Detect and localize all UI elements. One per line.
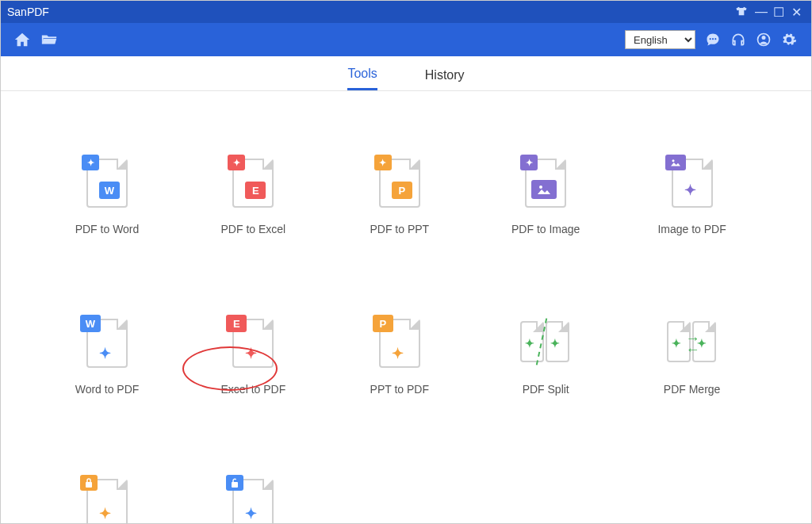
folder-open-icon[interactable] [37, 28, 61, 52]
svg-point-0 [710, 38, 711, 40]
tool-pdf-unlock[interactable]: ✦ PDF Unlock [202, 475, 304, 524]
svg-point-2 [714, 38, 716, 40]
svg-point-5 [539, 186, 542, 189]
tool-pdf-protect[interactable]: ✦ PDF Protect [56, 475, 158, 524]
svg-rect-8 [232, 482, 238, 488]
maximize-button[interactable]: ☐ [770, 5, 787, 20]
close-button[interactable]: ✕ [787, 5, 805, 20]
tool-label: Image to PDF [657, 223, 726, 235]
tab-bar: Tools History [1, 56, 811, 91]
tool-pdf-to-image[interactable]: ✦ PDF to Image [495, 155, 596, 235]
svg-point-4 [762, 36, 766, 40]
tool-label: PDF to Image [511, 223, 580, 235]
tool-label: Word to PDF [75, 383, 140, 396]
svg-point-6 [672, 159, 674, 162]
svg-point-1 [712, 38, 714, 40]
svg-rect-7 [86, 482, 92, 488]
titlebar: SanPDF — ☐ ✕ [1, 1, 811, 23]
tshirt-icon[interactable] [735, 5, 753, 20]
tool-pdf-to-word[interactable]: ✦ W PDF to Word [56, 155, 158, 235]
excel-to-pdf-icon: E ✦ [224, 315, 282, 372]
ppt-to-pdf-icon: P ✦ [371, 315, 428, 372]
pdf-to-excel-icon: ✦ E [224, 155, 282, 212]
tool-pdf-to-ppt[interactable]: ✦ P PDF to PPT [349, 155, 450, 235]
pdf-protect-icon: ✦ [79, 475, 136, 524]
tool-pdf-merge[interactable]: ✦ ✦ → ← PDF Merge [642, 315, 743, 396]
tool-label: PDF to PPT [370, 223, 429, 235]
tool-pdf-to-excel[interactable]: ✦ E PDF to Excel [202, 155, 304, 235]
app-title: SanPDF [7, 6, 49, 18]
image-to-pdf-icon: ✦ [664, 155, 721, 212]
pdf-to-ppt-icon: ✦ P [371, 155, 428, 212]
tool-label: PDF to Word [75, 223, 140, 235]
headphones-icon[interactable] [727, 29, 749, 51]
tool-label: PDF to Excel [221, 223, 286, 235]
language-select[interactable]: English [625, 30, 695, 49]
pdf-to-image-icon: ✦ [517, 155, 574, 212]
toolbar: English [1, 23, 811, 56]
tool-word-to-pdf[interactable]: W ✦ Word to PDF [56, 315, 158, 396]
tool-label: Excel to PDF [221, 383, 286, 396]
tool-image-to-pdf[interactable]: ✦ Image to PDF [642, 155, 743, 235]
pdf-split-icon: ✦ ✦ [517, 315, 574, 372]
pdf-merge-icon: ✦ ✦ → ← [664, 315, 721, 372]
tab-history[interactable]: History [425, 68, 465, 90]
tab-tools[interactable]: Tools [347, 67, 377, 90]
tool-ppt-to-pdf[interactable]: P ✦ PPT to PDF [349, 315, 450, 396]
tool-pdf-split[interactable]: ✦ ✦ PDF Split [495, 315, 596, 396]
chat-bubble-icon[interactable] [702, 29, 724, 51]
word-to-pdf-icon: W ✦ [79, 315, 136, 372]
pdf-to-word-icon: ✦ W [79, 155, 136, 212]
gear-icon[interactable] [778, 29, 800, 51]
tool-label: PPT to PDF [370, 383, 429, 396]
tool-excel-to-pdf[interactable]: E ✦ Excel to PDF [202, 315, 304, 396]
tool-label: PDF Merge [664, 383, 721, 396]
pdf-unlock-icon: ✦ [224, 475, 282, 524]
home-icon[interactable] [10, 28, 34, 52]
user-icon[interactable] [753, 29, 775, 51]
tool-label: PDF Split [523, 383, 569, 396]
tools-grid: ✦ W PDF to Word ✦ E PDF to Excel ✦ P PDF… [1, 91, 811, 524]
minimize-button[interactable]: — [753, 5, 770, 19]
